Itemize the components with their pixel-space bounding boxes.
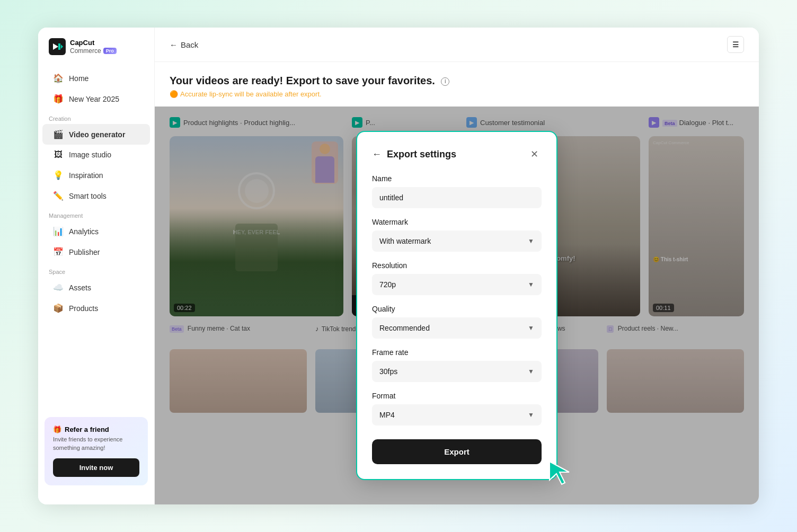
inspiration-icon: 💡 (53, 170, 64, 180)
analytics-icon: 📊 (53, 226, 64, 236)
back-arrow-icon: ← (170, 40, 178, 49)
framerate-select[interactable]: 30fps (372, 361, 542, 382)
logo-text: CapCut (70, 39, 94, 47)
sidebar-item-video-generator[interactable]: 🎬 Video generator (42, 124, 150, 145)
modal-title: Export settings (387, 149, 456, 160)
page-header: Your videos are ready! Export to save yo… (155, 62, 759, 107)
top-right-menu[interactable]: ☰ (727, 36, 744, 53)
top-bar: ← Back ☰ (155, 28, 759, 62)
sidebar-item-assets[interactable]: ☁️ Assets (42, 277, 150, 298)
content-area: ▶ Product highlights · Product highlig..… (155, 107, 759, 504)
page-title: Your videos are ready! Export to save yo… (170, 75, 744, 87)
invite-now-button[interactable]: Invite now (53, 458, 139, 477)
publisher-icon: 📅 (53, 247, 64, 257)
pro-badge: Pro (103, 48, 117, 54)
products-icon: 📦 (53, 303, 64, 313)
section-space: Space (38, 262, 154, 277)
resolution-select[interactable]: 720p (372, 274, 542, 295)
modal-close-button[interactable]: ✕ (527, 147, 542, 162)
modal-container: ← Export settings ✕ Name Waterma (356, 131, 557, 480)
name-field-group: Name (372, 174, 542, 208)
sidebar-label-image-studio: Image studio (69, 150, 111, 159)
sidebar-item-products[interactable]: 📦 Products (42, 298, 150, 318)
sidebar-item-smart-tools[interactable]: ✏️ Smart tools (42, 185, 150, 206)
sidebar-item-analytics[interactable]: 📊 Analytics (42, 221, 150, 242)
watermark-field-group: Watermark With watermark ▼ (372, 218, 542, 252)
cursor-arrow (547, 459, 573, 485)
logo: CapCut Commerce Pro (38, 38, 154, 68)
sidebar-item-publisher[interactable]: 📅 Publisher (42, 242, 150, 262)
svg-marker-1 (550, 462, 569, 484)
section-management: Management (38, 206, 154, 221)
back-label: Back (181, 40, 198, 49)
sidebar: CapCut Commerce Pro 🏠 Home 🎁 New Year 20… (38, 28, 155, 504)
resolution-select-wrapper: 720p ▼ (372, 274, 542, 295)
sidebar-label-video-generator: Video generator (69, 130, 125, 139)
assets-icon: ☁️ (53, 282, 64, 292)
gift-icon: 🎁 (53, 94, 64, 104)
watermark-select[interactable]: With watermark (372, 230, 542, 252)
logo-sub: Commerce (70, 47, 101, 55)
sidebar-label-inspiration: Inspiration (69, 171, 103, 180)
sidebar-label-new-year: New Year 2025 (69, 95, 119, 103)
main-content: ← Back ☰ Your videos are ready! Export t… (155, 28, 759, 504)
refer-title: 🎁 Refer a friend (53, 425, 139, 433)
page-subtitle: 🟠 Accurate lip-sync will be available af… (170, 90, 744, 98)
sidebar-item-inspiration[interactable]: 💡 Inspiration (42, 165, 150, 185)
export-modal: ← Export settings ✕ Name Waterma (356, 131, 557, 480)
info-icon[interactable]: i (441, 77, 449, 86)
image-studio-icon: 🖼 (53, 150, 64, 159)
resolution-label: Resolution (372, 261, 542, 270)
sidebar-label-assets: Assets (69, 283, 91, 292)
sidebar-label-analytics: Analytics (69, 227, 99, 236)
back-button[interactable]: ← Back (170, 40, 198, 49)
sidebar-label-home: Home (69, 74, 88, 83)
video-generator-icon: 🎬 (53, 129, 64, 139)
refer-card: 🎁 Refer a friend Invite friends to exper… (45, 417, 148, 485)
sidebar-label-publisher: Publisher (69, 248, 100, 256)
refer-desc: Invite friends to experience something a… (53, 436, 139, 452)
framerate-field-group: Frame rate 30fps ▼ (372, 348, 542, 382)
export-button[interactable]: Export (372, 439, 542, 464)
name-label: Name (372, 174, 542, 183)
section-creation: Creation (38, 109, 154, 124)
resolution-field-group: Resolution 720p ▼ (372, 261, 542, 295)
quality-select-wrapper: Recommended ▼ (372, 317, 542, 339)
quality-select[interactable]: Recommended (372, 317, 542, 339)
sidebar-item-new-year[interactable]: 🎁 New Year 2025 (42, 88, 150, 109)
format-select-wrapper: MP4 ▼ (372, 404, 542, 425)
watermark-label: Watermark (372, 218, 542, 226)
framerate-label: Frame rate (372, 348, 542, 357)
format-field-group: Format MP4 ▼ (372, 392, 542, 425)
sidebar-label-smart-tools: Smart tools (69, 192, 107, 200)
quality-label: Quality (372, 305, 542, 313)
name-input[interactable] (372, 187, 542, 208)
smart-tools-icon: ✏️ (53, 191, 64, 201)
format-select[interactable]: MP4 (372, 404, 542, 425)
modal-header: ← Export settings ✕ (372, 147, 542, 162)
sidebar-label-products: Products (69, 304, 98, 313)
quality-field-group: Quality Recommended ▼ (372, 305, 542, 339)
modal-overlay: ← Export settings ✕ Name Waterma (155, 107, 759, 504)
modal-back-button[interactable]: ← (372, 149, 382, 160)
sidebar-item-home[interactable]: 🏠 Home (42, 68, 150, 88)
warning-icon: 🟠 (170, 90, 178, 98)
sidebar-item-image-studio[interactable]: 🖼 Image studio (42, 145, 150, 165)
framerate-select-wrapper: 30fps ▼ (372, 361, 542, 382)
format-label: Format (372, 392, 542, 400)
watermark-select-wrapper: With watermark ▼ (372, 230, 542, 252)
modal-header-left: ← Export settings (372, 149, 456, 160)
home-icon: 🏠 (53, 73, 64, 83)
